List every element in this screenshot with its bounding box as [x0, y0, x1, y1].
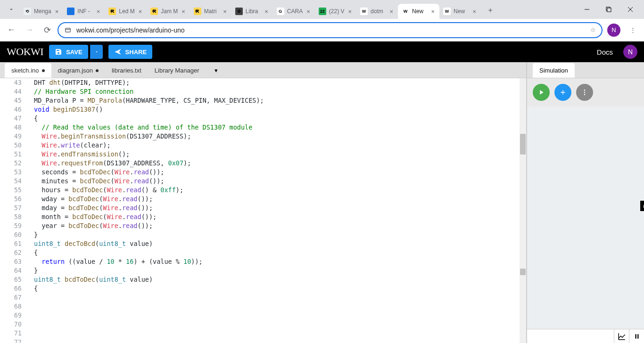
code-editor[interactable]: 4344454647484950515253545556575859606162…: [0, 78, 526, 343]
tab-close-icon[interactable]: ×: [264, 8, 269, 15]
tab-close-icon[interactable]: ×: [222, 8, 228, 15]
board-edge-connector[interactable]: [640, 201, 644, 211]
code-line[interactable]: Wire.endTransmission();: [34, 150, 524, 159]
share-button-label: SHARE: [125, 49, 147, 56]
tab-close-icon[interactable]: ×: [96, 8, 101, 15]
code-line[interactable]: Wire.requestFrom(DS1307_ADDRESS, 0x07);: [34, 159, 524, 168]
play-button[interactable]: [533, 84, 550, 101]
line-number: 44: [0, 87, 22, 96]
file-tab-overflow-button[interactable]: ▾: [210, 63, 223, 78]
code-line[interactable]: seconds = bcdToDec(Wire.read());: [34, 168, 524, 177]
share-button[interactable]: SHARE: [108, 45, 153, 59]
pause-icon: [634, 333, 640, 340]
file-tab[interactable]: libraries.txt: [105, 63, 148, 78]
docs-link[interactable]: Docs: [597, 48, 613, 56]
code-line[interactable]: void beginDS1307(): [34, 105, 524, 114]
line-number: 57: [0, 204, 22, 212]
code-line[interactable]: Wire.write(clear);: [34, 141, 524, 150]
save-button[interactable]: SAVE: [49, 45, 88, 59]
pause-button[interactable]: [629, 329, 644, 343]
code-line[interactable]: uint8_t bcdToDec(uint8_t value): [34, 275, 524, 284]
browser-tab[interactable]: 🛠Matri×: [190, 4, 231, 19]
code-line[interactable]: minutes = bcdToDec(Wire.read());: [34, 177, 524, 186]
browser-menu-button[interactable]: ⋮: [625, 23, 640, 38]
simulation-canvas[interactable]: [527, 106, 644, 329]
tab-close-icon[interactable]: ×: [305, 8, 311, 15]
serial-monitor-area[interactable]: [527, 329, 614, 343]
code-line[interactable]: month = bcdToDec(Wire.read());: [34, 212, 524, 221]
tab-favicon: ⟲: [24, 8, 31, 15]
plotter-button[interactable]: [614, 329, 629, 343]
line-number: 58: [0, 212, 22, 221]
window-controls: [576, 0, 641, 19]
tab-close-icon[interactable]: ×: [181, 8, 186, 15]
code-line[interactable]: mday = bcdToDec(Wire.read());: [34, 204, 524, 212]
editor-scrollbar[interactable]: [520, 78, 526, 343]
code-line[interactable]: }: [34, 266, 524, 275]
browser-tab[interactable]: GCARA×: [273, 4, 315, 19]
tab-title: Menga: [34, 8, 51, 15]
scrollbar-marker: [520, 269, 526, 275]
tab-favicon: 🛠: [150, 8, 158, 15]
browser-tab[interactable]: Wdotm×: [356, 4, 398, 19]
profile-avatar[interactable]: N: [607, 24, 620, 37]
tab-title: Led M: [119, 8, 134, 15]
browser-tab[interactable]: 🛠Led M×: [105, 4, 147, 19]
code-line[interactable]: uint8_t decToBcd(uint8_t value): [34, 239, 524, 248]
code-line[interactable]: DHT dht(DHTPIN, DHTTYPE);: [34, 78, 524, 87]
line-number: 48: [0, 123, 22, 132]
user-avatar[interactable]: N: [623, 45, 637, 59]
more-options-button[interactable]: [576, 84, 593, 101]
maximize-button[interactable]: [598, 2, 619, 17]
back-button[interactable]: ←: [4, 23, 19, 38]
close-window-button[interactable]: [619, 2, 641, 17]
code-line[interactable]: wday = bcdToDec(Wire.read());: [34, 195, 524, 204]
save-dropdown-button[interactable]: [90, 45, 103, 59]
tab-close-icon[interactable]: ×: [54, 8, 60, 15]
tab-close-icon[interactable]: ×: [347, 8, 353, 15]
file-tab[interactable]: Library Manager: [148, 63, 206, 78]
browser-tab[interactable]: ⚙Libra×: [231, 4, 273, 19]
bookmark-star-icon[interactable]: ☆: [590, 26, 596, 33]
new-tab-button[interactable]: +: [484, 4, 497, 17]
add-part-button[interactable]: [554, 84, 571, 101]
code-line[interactable]: Wire.beginTransmission(DS1307_ADDRESS);: [34, 132, 524, 141]
browser-tab[interactable]: 🛠Jam M×: [147, 4, 190, 19]
code-line[interactable]: year = bcdToDec(Wire.read());: [34, 221, 524, 230]
svg-point-7: [584, 90, 586, 91]
line-number: 69: [0, 311, 22, 320]
code-line[interactable]: // Hardware SPI connection: [34, 87, 524, 96]
code-line[interactable]: hours = bcdToDec(Wire.read() & 0xff);: [34, 186, 524, 195]
browser-tab[interactable]: WNew×: [439, 4, 481, 19]
code-line[interactable]: return ((value / 10 * 16) + (value % 10)…: [34, 257, 524, 266]
site-info-icon[interactable]: [64, 26, 72, 34]
file-tab[interactable]: sketch.ino: [5, 63, 51, 78]
browser-tab[interactable]: 👤INF -×: [63, 4, 105, 19]
scrollbar-thumb[interactable]: [520, 134, 526, 155]
tab-close-icon[interactable]: ×: [471, 8, 477, 15]
code-content[interactable]: DHT dht(DHTPIN, DHTTYPE);// Hardware SPI…: [28, 78, 526, 343]
browser-tab[interactable]: 22(22) V×: [315, 4, 356, 19]
address-bar[interactable]: wokwi.com/projects/new/arduino-uno ☆: [58, 22, 603, 38]
code-line[interactable]: MD_Parola P = MD_Parola(HARDWARE_TYPE, C…: [34, 96, 524, 105]
code-line[interactable]: }: [34, 230, 524, 239]
wokwi-logo[interactable]: WOKWI: [7, 46, 43, 58]
browser-tab[interactable]: WNew×: [398, 4, 439, 19]
code-line[interactable]: {: [34, 114, 524, 123]
tab-close-icon[interactable]: ×: [430, 8, 436, 15]
simulation-tab[interactable]: Simulation: [533, 63, 575, 78]
code-line[interactable]: // Read the values (date and time) of th…: [34, 123, 524, 132]
code-line[interactable]: {: [34, 248, 524, 257]
forward-button[interactable]: →: [22, 23, 37, 38]
code-line[interactable]: {: [34, 284, 524, 293]
tab-search-dropdown[interactable]: [5, 3, 18, 16]
chart-icon: [618, 332, 626, 341]
file-tab[interactable]: diagram.json: [51, 63, 105, 78]
browser-tab[interactable]: ⟲Menga×: [20, 4, 63, 19]
tab-close-icon[interactable]: ×: [138, 8, 143, 15]
minimize-button[interactable]: [576, 2, 598, 17]
reload-button[interactable]: ⟳: [40, 23, 55, 38]
tab-favicon: 🛠: [194, 8, 201, 15]
app-header: WOKWI SAVE SHARE Docs N: [0, 41, 644, 62]
tab-close-icon[interactable]: ×: [388, 8, 394, 15]
